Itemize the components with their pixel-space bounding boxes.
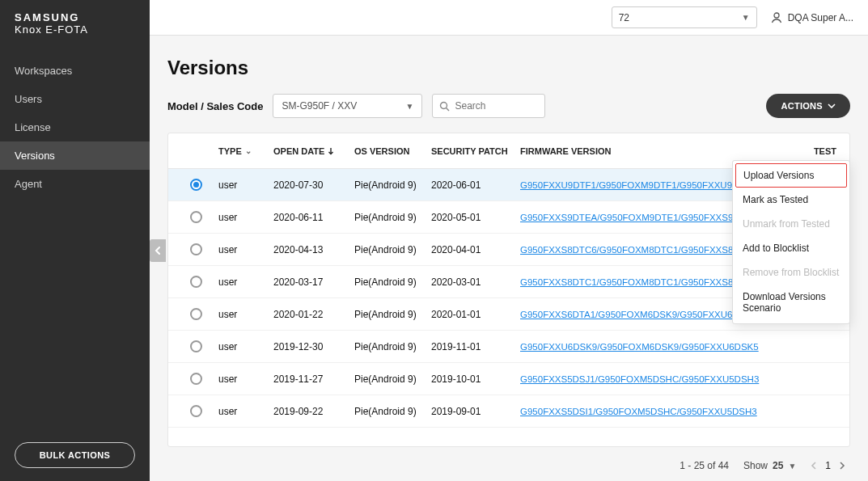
cell-patch: 2020-06-01 — [431, 179, 520, 191]
svg-point-1 — [441, 102, 447, 108]
col-type[interactable]: TYPE ⌄ — [218, 146, 273, 156]
sidebar-nav: Workspaces Users License Versions Agent — [0, 57, 150, 198]
search-box[interactable] — [432, 94, 545, 118]
row-radio[interactable] — [173, 340, 218, 352]
firmware-link[interactable]: G950FXXU9DTF1/G950FOXM9DTF1/G950FXXU9DTF… — [520, 180, 756, 190]
firmware-link[interactable]: G950FXXS8DTC1/G950FOXM8DTC1/G950FXXS8DTC… — [520, 277, 757, 287]
actions-menu-item: Unmark from Tested — [733, 212, 849, 236]
row-radio[interactable] — [173, 276, 218, 288]
table-row[interactable]: user2019-09-22Pie(Android 9)2019-09-01G9… — [168, 395, 849, 428]
chevron-left-icon — [155, 247, 161, 255]
caret-down-icon: ▼ — [742, 13, 750, 22]
user-name: DQA Super A... — [788, 12, 853, 23]
cell-patch: 2019-11-01 — [431, 341, 520, 352]
next-page-button[interactable] — [839, 462, 845, 470]
table-row[interactable]: user2019-12-30Pie(Android 9)2019-11-01G9… — [168, 331, 849, 363]
actions-menu-item[interactable]: Download Versions Scenario — [733, 285, 849, 320]
search-icon — [439, 101, 450, 112]
page-size-selector[interactable]: Show 25 ▼ — [743, 460, 796, 471]
sidebar-item-versions[interactable]: Versions — [0, 141, 150, 170]
cell-open-date: 2020-07-30 — [273, 179, 354, 191]
caret-down-icon: ▼ — [406, 102, 414, 111]
filter-row: Model / Sales Code SM-G950F / XXV ▼ ACTI… — [167, 94, 850, 118]
model-selector[interactable]: SM-G950F / XXV ▼ — [273, 94, 422, 118]
firmware-link[interactable]: G950FXXS8DTC6/G950FOXM8DTC1/G950FXXS8DTC… — [520, 245, 757, 255]
col-fw[interactable]: FIRMWARE VERSION — [520, 146, 777, 156]
cell-fw: G950FXXU6DSK9/G950FOXM6DSK9/G950FXXU6DSK… — [520, 341, 777, 352]
svg-line-2 — [447, 108, 450, 111]
cell-os: Pie(Android 9) — [354, 212, 431, 223]
row-radio[interactable] — [173, 405, 218, 417]
cell-type: user — [218, 373, 273, 385]
firmware-link[interactable]: G950FXXS9DTEA/G950FOXM9DTE1/G950FXXS9DTE… — [520, 213, 757, 222]
pagination-range: 1 - 25 of 44 — [680, 460, 729, 471]
cell-open-date: 2019-11-27 — [273, 373, 354, 385]
cell-patch: 2020-04-01 — [431, 244, 520, 255]
cell-open-date: 2020-03-17 — [273, 276, 354, 288]
prev-page-button[interactable] — [811, 462, 817, 470]
col-type-label: TYPE — [218, 146, 242, 156]
brand-samsung: SAMSUNG — [15, 11, 135, 23]
cell-patch: 2019-10-01 — [431, 373, 520, 385]
search-input[interactable] — [455, 100, 538, 112]
cell-open-date: 2019-12-30 — [273, 341, 354, 352]
sidebar: SAMSUNG Knox E-FOTA Workspaces Users Lic… — [0, 0, 150, 481]
actions-button[interactable]: ACTIONS — [766, 94, 850, 118]
col-patch[interactable]: SECURITY PATCH — [431, 146, 520, 156]
show-label: Show — [743, 460, 768, 471]
row-radio[interactable] — [173, 211, 218, 223]
firmware-link[interactable]: G950FXXS6DTA1/G950FOXM6DSK9/G950FXXU6DSK… — [520, 310, 757, 319]
sidebar-item-license[interactable]: License — [0, 113, 150, 141]
model-value: SM-G950F / XXV — [282, 100, 357, 112]
show-value: 25 — [773, 460, 783, 471]
actions-label: ACTIONS — [781, 101, 823, 111]
cell-type: user — [218, 179, 273, 191]
svg-point-0 — [774, 13, 779, 18]
content: Versions Model / Sales Code SM-G950F / X… — [150, 36, 868, 481]
col-open-date[interactable]: OPEN DATE — [273, 146, 354, 156]
row-radio[interactable] — [173, 243, 218, 255]
current-page: 1 — [825, 460, 831, 471]
brand-knox: Knox E-FOTA — [15, 23, 135, 36]
cell-os: Pie(Android 9) — [354, 406, 431, 417]
row-radio[interactable] — [173, 308, 218, 320]
firmware-link[interactable]: G950FXXS5DSI1/G950FOXM5DSHC/G950FXXU5DSH… — [520, 407, 757, 416]
row-radio[interactable] — [173, 179, 218, 191]
chevron-down-icon: ⌄ — [245, 146, 252, 155]
sidebar-item-users[interactable]: Users — [0, 85, 150, 113]
cell-patch: 2020-01-01 — [431, 309, 520, 320]
user-menu[interactable]: DQA Super A... — [770, 11, 853, 24]
col-os[interactable]: OS VERSION — [354, 146, 431, 156]
cell-patch: 2020-05-01 — [431, 212, 520, 223]
actions-menu-item[interactable]: Mark as Tested — [733, 188, 849, 212]
actions-menu-item[interactable]: Add to Blocklist — [733, 236, 849, 260]
col-test[interactable]: TEST — [777, 146, 841, 156]
actions-menu-item: Remove from Blocklist — [733, 260, 849, 285]
cell-open-date: 2020-01-22 — [273, 309, 354, 320]
col-open-date-label: OPEN DATE — [273, 146, 324, 156]
cell-type: user — [218, 244, 273, 255]
main: 72 ▼ DQA Super A... Versions Model / Sal… — [150, 0, 868, 481]
cell-type: user — [218, 276, 273, 288]
actions-menu-item[interactable]: Upload Versions — [735, 163, 847, 188]
caret-down-icon: ▼ — [788, 462, 796, 470]
sidebar-collapse-toggle[interactable] — [150, 239, 166, 262]
topbar: 72 ▼ DQA Super A... — [150, 0, 868, 36]
firmware-link[interactable]: G950FXXU6DSK9/G950FOXM6DSK9/G950FXXU6DSK… — [520, 342, 759, 352]
row-radio[interactable] — [173, 373, 218, 385]
bulk-actions-button[interactable]: BULK ACTIONS — [15, 442, 136, 468]
model-label: Model / Sales Code — [167, 100, 263, 112]
table-footer: 1 - 25 of 44 Show 25 ▼ 1 — [167, 447, 850, 471]
sidebar-item-agent[interactable]: Agent — [0, 170, 150, 198]
cell-open-date: 2020-04-13 — [273, 244, 354, 255]
cell-patch: 2020-03-01 — [431, 276, 520, 288]
cell-type: user — [218, 406, 273, 417]
workspace-selector[interactable]: 72 ▼ — [612, 6, 757, 28]
cell-fw: G950FXXS5DSI1/G950FOXM5DSHC/G950FXXU5DSH… — [520, 406, 777, 417]
sidebar-item-workspaces[interactable]: Workspaces — [0, 57, 150, 85]
firmware-link[interactable]: G950FXXS5DSJ1/G950FOXM5DSHC/G950FXXU5DSH… — [520, 374, 759, 384]
cell-open-date: 2019-09-22 — [273, 406, 354, 417]
cell-os: Pie(Android 9) — [354, 179, 431, 191]
table-row[interactable]: user2019-11-27Pie(Android 9)2019-10-01G9… — [168, 363, 849, 395]
bulk-actions-wrap: BULK ACTIONS — [0, 442, 150, 468]
